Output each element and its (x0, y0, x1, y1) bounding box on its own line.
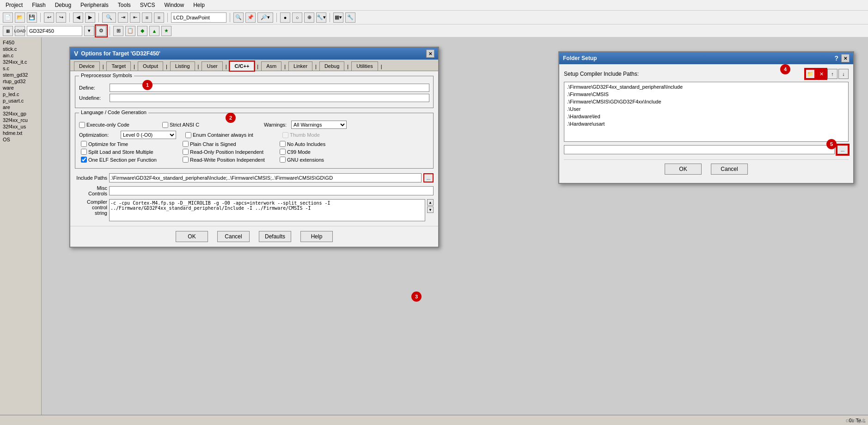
folder-up-btn[interactable]: ↑ (827, 69, 837, 79)
dialog-cancel-btn[interactable]: Cancel (217, 231, 250, 242)
tab-linker[interactable]: Linker (288, 61, 312, 71)
folder-path-item-4[interactable]: .\Hardware\led (565, 113, 847, 120)
compiler-scroll-up[interactable]: ▲ (427, 199, 434, 206)
pin-btn[interactable]: 📌 (245, 12, 256, 23)
tab-device[interactable]: Device (74, 61, 100, 71)
new-btn[interactable]: 📄 (3, 12, 13, 23)
align-btn[interactable]: ≡ (142, 12, 152, 23)
menu-debug[interactable]: Debug (53, 1, 73, 9)
dialog-defaults-btn[interactable]: Defaults (259, 231, 291, 242)
menu-window[interactable]: Window (162, 1, 186, 9)
plain-char-checkbox[interactable] (183, 141, 189, 147)
one-elf-option[interactable]: One ELF Section per Function (81, 157, 173, 163)
t2-copy-btn[interactable]: ⊞ (113, 26, 123, 36)
compiler-control-textarea[interactable]: -c -cpu Cortex-M4.fp.sp -D__MICROLIB -g … (109, 199, 425, 221)
zoom-btn[interactable]: 🔍 (233, 12, 244, 23)
left-item-ain[interactable]: ain.c (2, 52, 39, 59)
folder-down-btn[interactable]: ↓ (838, 69, 849, 79)
folder-path-item-5[interactable]: .\Hardware\usart (565, 120, 847, 128)
tab-debug[interactable]: Debug (319, 61, 344, 71)
target-dropdown[interactable]: ▾ (84, 26, 94, 36)
t2-paste-btn[interactable]: 📋 (125, 26, 135, 36)
compiler-scroll-down[interactable]: ▼ (427, 206, 434, 213)
no-auto-includes-option[interactable]: No Auto Includes (280, 141, 325, 147)
back-btn[interactable]: ◀ (73, 12, 83, 23)
dialog-help-btn[interactable]: Help (300, 231, 333, 242)
split-load-option[interactable]: Split Load and Store Multiple (81, 149, 173, 155)
folder-close-btn[interactable]: ✕ (841, 54, 850, 62)
folder-ok-btn[interactable]: OK (665, 164, 702, 175)
outdent-btn[interactable]: ⇤ (130, 12, 140, 23)
left-item-p-usart[interactable]: p_usart.c (2, 97, 39, 104)
left-item-rtup-gd32[interactable]: rtup_gd32 (2, 78, 39, 85)
target-btn[interactable]: ⊕ (304, 12, 314, 23)
left-item-os[interactable]: OS (2, 136, 39, 143)
c99-mode-checkbox[interactable] (280, 149, 286, 155)
enum-container-option[interactable]: Enum Container always int (185, 132, 278, 138)
view-btn[interactable]: ▦▾ (333, 12, 343, 23)
left-item-stem-gd32[interactable]: stem_gd32 (2, 72, 39, 78)
left-item-f450[interactable]: F450 (2, 39, 39, 46)
tools2-btn[interactable]: 🔧 (345, 12, 355, 23)
optimization-select[interactable]: Level 0 (-O0) (121, 131, 176, 139)
tab-target[interactable]: Target (106, 61, 131, 71)
tab-cpp[interactable]: C/C++ (230, 61, 255, 71)
open-btn[interactable]: 📂 (15, 12, 25, 23)
left-item-32f4xx-us[interactable]: 32f4xx_us (2, 123, 39, 130)
one-elf-checkbox[interactable] (81, 157, 87, 163)
left-item-hdme[interactable]: hdme.txt (2, 130, 39, 136)
plain-char-option[interactable]: Plain Char is Signed (183, 141, 275, 147)
tab-asm[interactable]: Asm (261, 61, 281, 71)
save-btn[interactable]: 💾 (27, 12, 37, 23)
rw-pos-option[interactable]: Read-Write Position Independent (183, 157, 275, 163)
left-item-32f4xx-it[interactable]: 32f4xx_it.c (2, 59, 39, 65)
dialog-close-btn[interactable]: ✕ (426, 49, 434, 58)
include-browse-btn[interactable]: ... (423, 173, 434, 182)
folder-path-list[interactable]: .\Firmware\GD32F4xx_standard_peripheral\… (564, 82, 849, 142)
folder-new-btn[interactable]: 📁 (805, 69, 815, 79)
menu-project[interactable]: Project (4, 1, 24, 9)
gnu-ext-option[interactable]: GNU extensions (280, 157, 324, 163)
left-item-s[interactable]: s.c (2, 65, 39, 72)
misc-controls-input[interactable] (109, 186, 434, 195)
dialog-ok-btn[interactable]: OK (176, 231, 208, 242)
config-btn[interactable]: 🔧▾ (316, 12, 326, 23)
tab-user[interactable]: User (202, 61, 222, 71)
strict-ansi-checkbox[interactable] (162, 122, 168, 128)
ro-pos-checkbox[interactable] (183, 149, 189, 155)
undefine-input[interactable] (110, 94, 429, 102)
define-input[interactable] (110, 84, 429, 92)
left-item-are[interactable]: are (2, 104, 39, 110)
t2-green-btn[interactable]: ◆ (137, 26, 147, 36)
c99-mode-option[interactable]: C99 Mode (280, 149, 311, 155)
target-select[interactable] (27, 26, 82, 36)
left-item-p-led[interactable]: p_led.c (2, 91, 39, 97)
rw-pos-checkbox[interactable] (183, 157, 189, 163)
enum-container-checkbox[interactable] (185, 132, 191, 138)
split-load-checkbox[interactable] (81, 149, 87, 155)
folder-path-item-2[interactable]: .\Firmware\CMSIS\GD\GD32F4xx\Include (565, 98, 847, 105)
menu-svcs[interactable]: SVCS (138, 1, 157, 9)
t2-star-btn[interactable]: ★ (161, 26, 171, 36)
undo-btn[interactable]: ↩ (44, 12, 54, 23)
folder-path-input[interactable] (564, 145, 835, 154)
tab-output[interactable]: Output (138, 61, 163, 71)
folder-browse-btn[interactable]: ... (837, 145, 849, 155)
t2-btn2[interactable]: LOAD (15, 26, 25, 36)
optimize-time-option[interactable]: Optimize for Time (81, 141, 173, 147)
left-item-ware[interactable]: ware (2, 85, 39, 91)
left-item-32f4xx-gp[interactable]: 32f4xx_gp (2, 110, 39, 117)
indent-btn[interactable]: ⇥ (118, 12, 128, 23)
find-btn[interactable]: 🔍 (102, 12, 116, 23)
ro-pos-option[interactable]: Read-Only Position Independent (183, 149, 275, 155)
left-item-32f4xx-rcu[interactable]: 32f4xx_rcu (2, 117, 39, 123)
tab-listing[interactable]: Listing (170, 61, 195, 71)
align2-btn[interactable]: ≡ (154, 12, 164, 23)
target-config-btn[interactable]: ⚙ (96, 26, 106, 36)
forward-btn[interactable]: ▶ (85, 12, 95, 23)
no-auto-includes-checkbox[interactable] (280, 141, 286, 147)
folder-cancel-btn[interactable]: Cancel (711, 164, 748, 175)
t2-arrow-btn[interactable]: ▲ (149, 26, 159, 36)
folder-help-btn[interactable]: ? (834, 55, 838, 62)
redo-btn[interactable]: ↪ (56, 12, 66, 23)
